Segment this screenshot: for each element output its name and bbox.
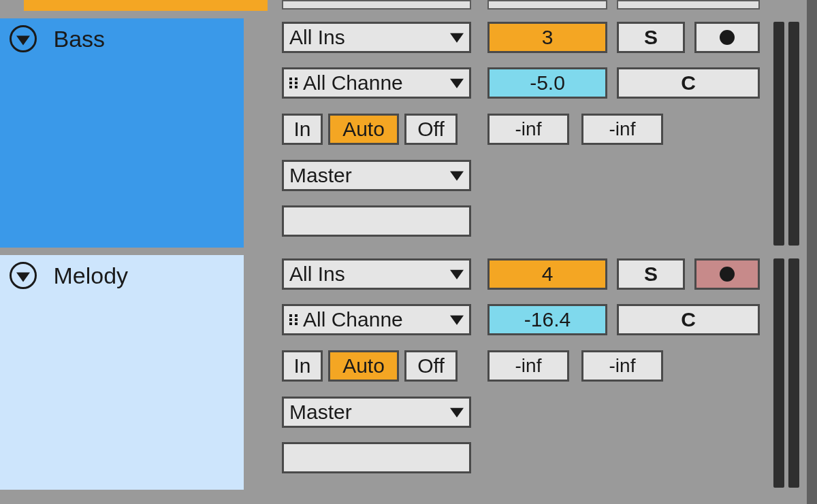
track-number-label: 3 xyxy=(542,26,554,49)
record-icon xyxy=(720,30,735,45)
send-b-field[interactable]: -inf xyxy=(581,350,663,382)
row-separator xyxy=(0,490,817,497)
grip-icon xyxy=(289,76,299,90)
session-view: Bass All Ins All Channe In Auto Off Mast… xyxy=(0,0,817,504)
track-activator-button[interactable]: 3 xyxy=(487,22,607,53)
track-number-label: 4 xyxy=(542,263,554,286)
chevron-down-icon xyxy=(450,33,464,43)
audio-output-label: Master xyxy=(289,401,352,424)
cue-button[interactable]: C xyxy=(617,304,760,335)
send-b-field[interactable]: -inf xyxy=(581,114,663,145)
send-a-field[interactable]: -inf xyxy=(487,114,569,145)
row-separator xyxy=(0,248,817,255)
prev-track-mix-slot-2[interactable] xyxy=(617,0,760,10)
arm-record-button[interactable] xyxy=(694,258,760,290)
track-name-label[interactable]: Bass xyxy=(53,25,105,52)
chevron-down-icon xyxy=(450,171,464,181)
track-volume-value: -16.4 xyxy=(524,308,571,331)
cue-label: C xyxy=(681,71,696,95)
track-header-bass[interactable]: Bass xyxy=(0,18,244,248)
audio-output-channel-dropdown[interactable] xyxy=(282,205,471,237)
monitor-segmented: In Auto Off xyxy=(282,114,458,145)
monitor-auto-button[interactable]: Auto xyxy=(328,114,399,145)
record-icon xyxy=(720,267,735,282)
send-a-value: -inf xyxy=(515,355,542,377)
right-edge-gutter xyxy=(807,0,817,504)
audio-output-dropdown[interactable]: Master xyxy=(282,160,471,191)
monitor-in-button[interactable]: In xyxy=(282,350,323,382)
send-a-field[interactable]: -inf xyxy=(487,350,569,382)
midi-input-channel-label: All Channe xyxy=(303,71,403,95)
monitor-off-button[interactable]: Off xyxy=(404,114,458,145)
cue-label: C xyxy=(681,308,696,331)
prev-track-mix-slot[interactable] xyxy=(487,0,607,10)
arm-record-button[interactable] xyxy=(694,22,760,53)
midi-input-type-label: All Ins xyxy=(289,263,345,286)
track-volume-field[interactable]: -16.4 xyxy=(487,304,607,335)
midi-input-type-dropdown[interactable]: All Ins xyxy=(282,22,471,53)
monitor-auto-button[interactable]: Auto xyxy=(328,350,399,382)
level-meter-left xyxy=(773,22,784,246)
solo-button[interactable]: S xyxy=(617,258,685,290)
chevron-down-icon xyxy=(450,79,464,88)
prev-track-io-slot[interactable] xyxy=(282,0,471,10)
track-volume-field[interactable]: -5.0 xyxy=(487,67,607,99)
track-volume-value: -5.0 xyxy=(530,71,565,95)
audio-output-channel-dropdown[interactable] xyxy=(282,442,471,473)
level-meter-left xyxy=(773,258,784,488)
chevron-down-icon xyxy=(450,270,464,280)
chevron-down-icon xyxy=(450,316,464,325)
audio-output-dropdown[interactable]: Master xyxy=(282,397,471,428)
track-name-label[interactable]: Melody xyxy=(53,262,128,289)
solo-label: S xyxy=(644,263,658,286)
midi-input-type-label: All Ins xyxy=(289,26,345,49)
midi-input-channel-dropdown[interactable]: All Channe xyxy=(282,67,471,99)
unfold-toggle-icon[interactable] xyxy=(10,262,37,289)
send-a-value: -inf xyxy=(515,118,542,140)
solo-button[interactable]: S xyxy=(617,22,685,53)
send-b-value: -inf xyxy=(609,355,636,377)
solo-label: S xyxy=(644,26,658,49)
monitor-in-button[interactable]: In xyxy=(282,114,323,145)
monitor-off-button[interactable]: Off xyxy=(404,350,458,382)
track-activator-button[interactable]: 4 xyxy=(487,258,607,290)
cue-button[interactable]: C xyxy=(617,67,760,99)
track-header-melody[interactable]: Melody xyxy=(0,255,244,490)
midi-input-type-dropdown[interactable]: All Ins xyxy=(282,258,471,290)
audio-output-label: Master xyxy=(289,164,352,187)
monitor-segmented: In Auto Off xyxy=(282,350,458,382)
midi-input-channel-label: All Channe xyxy=(303,308,403,331)
row-separator xyxy=(0,11,817,18)
grip-icon xyxy=(289,313,299,326)
chevron-down-icon xyxy=(450,408,464,418)
level-meter-right xyxy=(788,22,799,246)
level-meter-right xyxy=(788,258,799,488)
unfold-toggle-icon[interactable] xyxy=(10,25,37,52)
send-b-value: -inf xyxy=(609,118,636,140)
midi-input-channel-dropdown[interactable]: All Channe xyxy=(282,304,471,335)
